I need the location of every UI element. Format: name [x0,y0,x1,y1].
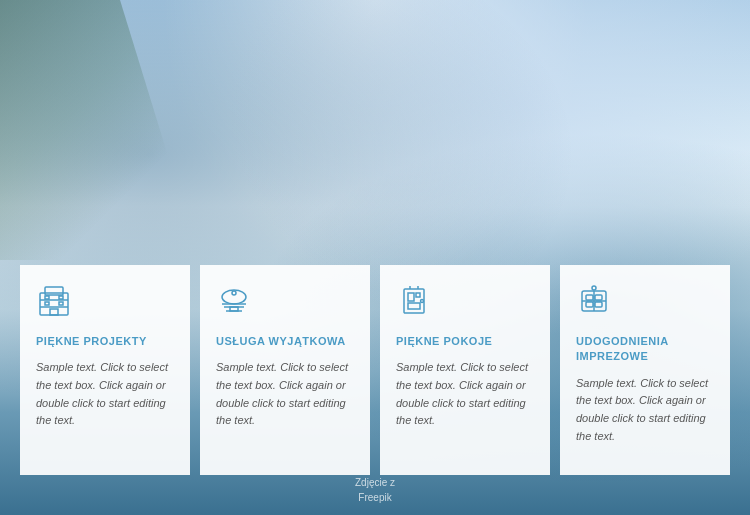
card-2-text: Sample text. Click to select the text bo… [216,359,354,429]
card-exceptional-service[interactable]: USŁUGA WYJĄTKOWA Sample text. Click to s… [200,265,370,475]
content-area: PIĘKNE PROJEKTY Sample text. Click to se… [0,0,750,515]
card-4-title: UDOGODNIENIA IMPREZOWE [576,334,714,365]
svg-point-14 [232,291,236,295]
card-3-title: PIĘKNE POKOJE [396,334,534,349]
building-icon [36,283,174,324]
svg-rect-6 [59,296,63,299]
svg-point-9 [222,290,246,304]
svg-rect-1 [45,287,63,295]
footer-line1: Zdjęcie z [355,475,395,490]
cards-row: PIĘKNE PROJEKTY Sample text. Click to se… [0,265,750,475]
service-icon [216,283,354,324]
card-1-title: PIĘKNE PROJEKTY [36,334,174,349]
svg-rect-0 [40,293,68,315]
card-1-text: Sample text. Click to select the text bo… [36,359,174,429]
card-3-text: Sample text. Click to select the text bo… [396,359,534,429]
page-wrapper: PIĘKNE PROJEKTY Sample text. Click to se… [0,0,750,515]
amenity-icon [576,283,714,324]
svg-rect-23 [586,295,593,300]
svg-rect-5 [45,296,49,299]
svg-rect-17 [416,293,420,297]
svg-rect-26 [595,302,602,307]
svg-rect-8 [59,302,63,305]
room-icon [396,283,534,324]
svg-point-21 [421,300,424,303]
card-beautiful-projects[interactable]: PIĘKNE PROJEKTY Sample text. Click to se… [20,265,190,475]
svg-rect-25 [586,302,593,307]
svg-point-29 [592,286,596,290]
card-4-text: Sample text. Click to select the text bo… [576,375,714,445]
svg-rect-18 [408,303,420,309]
svg-rect-7 [45,302,49,305]
footer-credit: Zdjęcie z Freepik [355,475,395,505]
svg-rect-16 [408,293,414,301]
footer-line2: Freepik [355,490,395,505]
card-beautiful-rooms[interactable]: PIĘKNE POKOJE Sample text. Click to sele… [380,265,550,475]
card-2-title: USŁUGA WYJĄTKOWA [216,334,354,349]
svg-rect-4 [50,309,58,315]
card-amenities[interactable]: UDOGODNIENIA IMPREZOWE Sample text. Clic… [560,265,730,475]
svg-rect-24 [595,295,602,300]
